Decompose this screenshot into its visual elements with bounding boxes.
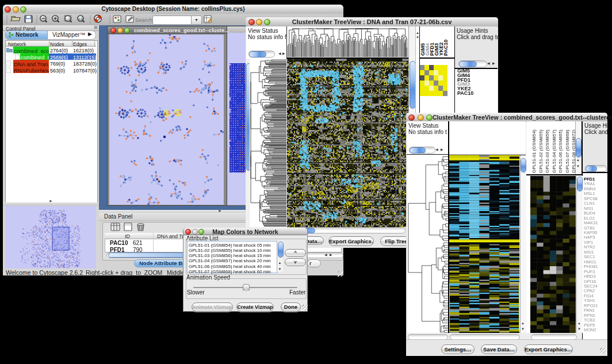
svg-text:GPL51-06 (GSM865): GPL51-06 (GSM865) <box>558 129 563 173</box>
svg-text:1:1: 1:1 <box>78 17 83 21</box>
svg-text:GPL51-03 (GSM856): GPL51-03 (GSM856) <box>545 129 550 173</box>
svg-text:GPL51-02 (GSM855): GPL51-02 (GSM855) <box>538 129 543 173</box>
svg-text:GPL51-01 (GSM854): GPL51-01 (GSM854) <box>531 129 537 173</box>
svg-text:GPL51-04 (GSM857): GPL51-04 (GSM857) <box>551 129 556 173</box>
svg-text:GPL51-07 (GSM868): GPL51-07 (GSM868) <box>564 129 569 173</box>
svg-text:GPL51-08 (GSM872): GPL51-08 (GSM872) <box>571 129 575 173</box>
svg-text:PAC10: PAC10 <box>443 40 449 56</box>
